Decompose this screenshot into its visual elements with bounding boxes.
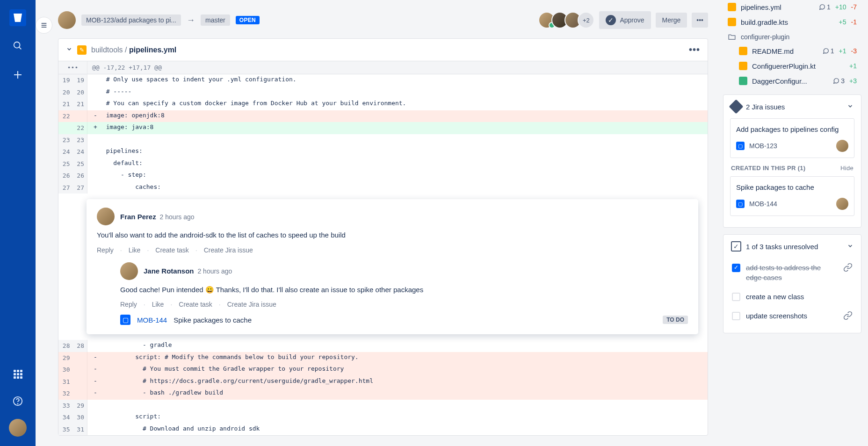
task-checkbox[interactable] bbox=[732, 264, 740, 272]
svg-point-5 bbox=[18, 403, 18, 404]
link-icon[interactable] bbox=[843, 263, 853, 273]
diff-line[interactable]: 22+ image: java:8 bbox=[58, 122, 708, 134]
diff-line[interactable]: 3531 # Download and unzip android sdk bbox=[58, 424, 708, 436]
create-jira-button[interactable]: Create Jira issue bbox=[204, 246, 253, 254]
svg-line-1 bbox=[19, 47, 22, 50]
diff-line[interactable]: 29- script: # Modify the commands below … bbox=[58, 352, 708, 364]
assignee-avatar bbox=[836, 198, 848, 210]
folder-item[interactable]: configurer-plugin bbox=[723, 30, 861, 44]
comment-author[interactable]: Fran Perez bbox=[120, 213, 156, 221]
task-item: update screenshots bbox=[730, 306, 854, 326]
task-checkbox[interactable] bbox=[732, 312, 740, 320]
approve-button[interactable]: ✓ Approve bbox=[599, 11, 651, 29]
create-task-button[interactable]: Create task bbox=[179, 301, 212, 308]
comment-body: Good cache! Pun intended 😀 Thanks, I'll … bbox=[120, 285, 688, 295]
file-tree-item[interactable]: pipelines.yml1+10-7 bbox=[723, 0, 861, 14]
file-tree-item[interactable]: DaggerConfigur...3+3 bbox=[734, 74, 861, 88]
diff-line[interactable]: 22- image: openjdk:8 bbox=[58, 110, 708, 122]
comment-body: You'll also want to add the android-sdk … bbox=[97, 230, 688, 241]
arrow-icon: → bbox=[187, 15, 195, 25]
jira-icon: ▢ bbox=[736, 200, 745, 208]
tasks-panel-header[interactable]: ✓ 1 of 3 tasks unresolved bbox=[723, 235, 861, 258]
like-button[interactable]: Like bbox=[152, 301, 164, 308]
file-tree-item[interactable]: build.gradle.kts+5-1 bbox=[723, 15, 861, 29]
collapse-sidebar-button[interactable] bbox=[36, 17, 52, 34]
diff-line[interactable]: 31- # https://docs.gradle.org/current/us… bbox=[58, 376, 708, 388]
file-more-icon[interactable]: ••• bbox=[689, 44, 700, 55]
diff-line[interactable]: 30- # You must commit the Gradle wrapper… bbox=[58, 364, 708, 376]
file-path: buildtools / pipelines.yml bbox=[91, 46, 176, 54]
diff-line[interactable]: 3430 script: bbox=[58, 411, 708, 424]
task-item: add tests to address the edge cases bbox=[730, 258, 854, 287]
reviewer-avatars[interactable]: +2 bbox=[538, 12, 594, 29]
jira-panel-header[interactable]: 2 Jira issues bbox=[723, 95, 861, 118]
diff-line[interactable]: 32- - bash ./gradlew build bbox=[58, 388, 708, 400]
bitbucket-logo[interactable] bbox=[9, 9, 26, 26]
hunk-info: @@ -17,22 +17,17 @@ bbox=[87, 61, 166, 74]
issue-title: Spike packages to cache bbox=[174, 316, 656, 324]
add-icon[interactable] bbox=[8, 65, 27, 84]
diff-line[interactable]: 2424 pipelines: bbox=[58, 146, 708, 158]
hide-button[interactable]: Hide bbox=[840, 165, 854, 172]
collapse-file-icon[interactable] bbox=[66, 46, 72, 54]
jira-issue-card[interactable]: Spike packages to cache ▢ MOB-144 bbox=[730, 176, 854, 216]
user-avatar[interactable] bbox=[9, 419, 27, 437]
created-in-pr-label: CREATED IN THIS PR (1) bbox=[731, 165, 805, 172]
issue-status: TO DO bbox=[663, 316, 688, 324]
svg-point-0 bbox=[14, 42, 20, 48]
apps-icon[interactable] bbox=[8, 365, 27, 383]
search-icon[interactable] bbox=[8, 36, 27, 55]
check-icon: ✓ bbox=[606, 15, 616, 25]
diff-line[interactable]: 3329 bbox=[58, 400, 708, 412]
diff-line[interactable]: 2525 default: bbox=[58, 158, 708, 170]
more-actions-button[interactable]: ••• bbox=[692, 13, 708, 28]
comment-time: 2 hours ago bbox=[197, 267, 232, 275]
jira-issue-card[interactable]: Add packages to pipelines config ▢ MOB-1… bbox=[730, 118, 854, 158]
comment-avatar bbox=[97, 208, 115, 225]
assignee-avatar bbox=[836, 140, 848, 152]
diff-line[interactable]: 2121 # You can specify a custom docker i… bbox=[58, 98, 708, 110]
target-branch[interactable]: master bbox=[201, 14, 230, 26]
comment-avatar bbox=[120, 262, 138, 280]
jira-diamond-icon bbox=[729, 99, 743, 114]
comment-time: 2 hours ago bbox=[160, 213, 195, 221]
file-modified-icon: ✎ bbox=[77, 45, 87, 55]
task-checkbox[interactable] bbox=[732, 293, 740, 301]
reply-button[interactable]: Reply bbox=[120, 301, 137, 308]
help-icon[interactable] bbox=[8, 392, 27, 410]
file-tree-item[interactable]: README.md1+1-3 bbox=[734, 44, 861, 58]
checkbox-icon: ✓ bbox=[731, 241, 741, 252]
expand-hunk-icon[interactable]: ••• bbox=[58, 61, 87, 74]
status-badge: OPEN bbox=[236, 16, 260, 24]
reply-button[interactable]: Reply bbox=[97, 246, 114, 254]
jira-icon: ▢ bbox=[736, 142, 745, 150]
diff-line[interactable]: 2828 - gradle bbox=[58, 340, 708, 352]
jira-icon: ▢ bbox=[120, 315, 130, 325]
link-icon[interactable] bbox=[843, 311, 853, 322]
issue-key[interactable]: MOB-144 bbox=[137, 316, 167, 324]
comment-author[interactable]: Jane Rotanson bbox=[144, 267, 194, 275]
source-branch[interactable]: MOB-123/add packages to pi... bbox=[81, 14, 181, 26]
diff-line[interactable]: 2727 caches: bbox=[58, 182, 708, 194]
create-jira-button[interactable]: Create Jira issue bbox=[227, 301, 276, 308]
file-tree-item[interactable]: ConfiguererPlugin.kt+1 bbox=[734, 59, 861, 73]
merge-button[interactable]: Merge bbox=[656, 13, 687, 28]
diff-line[interactable]: 2020 # ----- bbox=[58, 86, 708, 99]
diff-line[interactable]: 2323 bbox=[58, 134, 708, 146]
create-task-button[interactable]: Create task bbox=[155, 246, 189, 254]
chevron-down-icon bbox=[847, 243, 854, 251]
diff-line[interactable]: 2626 - step: bbox=[58, 170, 708, 182]
like-button[interactable]: Like bbox=[129, 246, 141, 254]
task-item: create a new class bbox=[730, 287, 854, 306]
diff-line[interactable]: 1919 # Only use spaces to indent your .y… bbox=[58, 74, 708, 86]
author-avatar bbox=[58, 11, 76, 29]
chevron-down-icon bbox=[847, 103, 854, 111]
